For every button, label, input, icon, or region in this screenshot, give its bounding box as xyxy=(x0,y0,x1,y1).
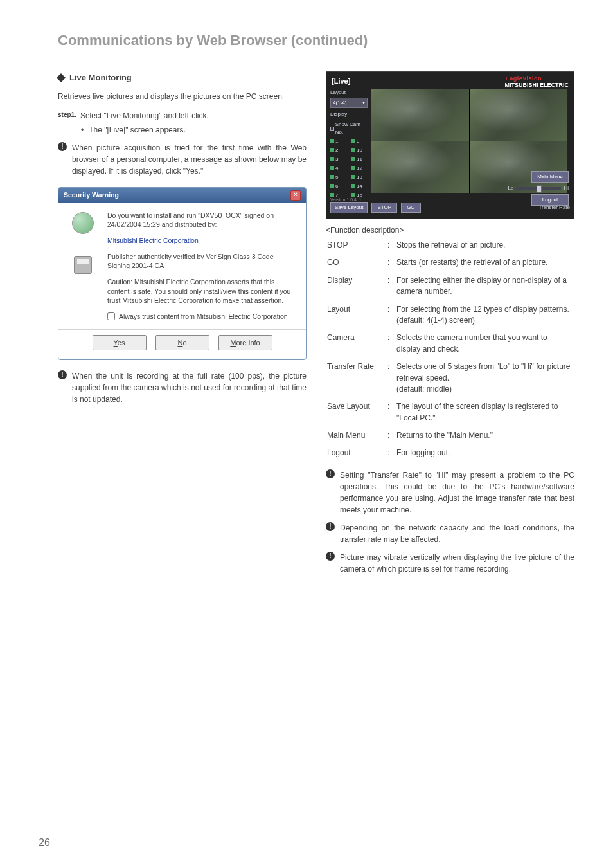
table-row: Layout:For selecting from the 12 types o… xyxy=(327,302,573,329)
warning-icon: ! xyxy=(326,522,335,531)
dialog-title-text: Security Warning xyxy=(64,190,119,201)
note-text: Depending on the network capacity and th… xyxy=(340,522,574,545)
dialog-publisher-link[interactable]: Mitsubishi Electric Corporation xyxy=(107,237,199,244)
right-column: [Live] EagleVision MITSUBISHI ELECTRIC L… xyxy=(326,71,574,581)
diamond-icon xyxy=(57,73,66,82)
dialog-line3: Caution: Mitsubishi Electric Corporation… xyxy=(107,277,297,305)
more-info-button[interactable]: More Info xyxy=(218,335,272,351)
table-row: Camera:Selects the camera number that yo… xyxy=(327,330,573,357)
close-icon[interactable]: × xyxy=(290,190,301,201)
layout-value: 4(1-4) xyxy=(333,99,346,107)
display-label: Display xyxy=(330,111,368,118)
live-screenshot: [Live] EagleVision MITSUBISHI ELECTRIC L… xyxy=(326,71,574,219)
table-row: Transfer Rate:Selects one of 5 stages fr… xyxy=(327,359,573,397)
dialog-titlebar: Security Warning × xyxy=(58,188,306,203)
note-row: !Setting "Transfer Rate" to "Hi" may pre… xyxy=(326,469,574,516)
live-title-label: [Live] xyxy=(332,76,350,87)
warning-icon: ! xyxy=(326,469,335,478)
note-row: !Picture may vibrate vertically when dis… xyxy=(326,552,574,575)
transfer-rate-slider[interactable] xyxy=(516,187,561,190)
warning-icon: ! xyxy=(58,142,67,151)
warning-1: ! When picture acquisition is tried for … xyxy=(58,142,306,177)
show-cam-check[interactable]: Show Cam No. xyxy=(330,121,368,136)
dialog-icon-col xyxy=(67,211,98,321)
left-column: Live Monitoring Retrieves live pictures … xyxy=(58,71,306,581)
lo-label: Lo xyxy=(508,185,514,192)
step-sub-row: • The "[Live]" screen appears. xyxy=(81,124,306,136)
go-button[interactable]: GO xyxy=(401,203,420,213)
function-table: STOP:Stops the retrieval of an picture.G… xyxy=(326,236,574,463)
note-text: Picture may vibrate vertically when disp… xyxy=(340,552,574,575)
live-sidebar: Layout 4(1-4)▾ Display Show Cam No. 19 2… xyxy=(330,89,368,208)
stop-button[interactable]: STOP xyxy=(371,203,397,213)
step-sub-text: The "[Live]" screen appears. xyxy=(89,124,186,136)
warning-icon: ! xyxy=(58,370,67,379)
footer-rule xyxy=(58,829,574,829)
globe-icon xyxy=(72,212,94,234)
chevron-down-icon: ▾ xyxy=(362,99,365,107)
bullet-dot: • xyxy=(81,124,84,136)
logout-button[interactable]: Logout xyxy=(531,194,569,206)
warning-2-text: When the unit is recording at the full r… xyxy=(72,370,306,405)
hi-label: Hi xyxy=(564,185,569,192)
intro-text: Retrieves live pictures and displays the… xyxy=(58,91,306,102)
dialog-line1: Do you want to install and run "DXV50_OC… xyxy=(107,211,297,230)
security-warning-dialog: Security Warning × Do you want to instal… xyxy=(58,187,306,361)
page-number: 26 xyxy=(39,837,50,849)
note-text: Setting "Transfer Rate" to "Hi" may pres… xyxy=(340,469,574,516)
layout-label: Layout xyxy=(330,89,368,96)
step-label: step1. xyxy=(58,110,76,122)
warning-1-text: When picture acquisition is tried for th… xyxy=(72,142,306,177)
table-row: STOP:Stops the retrieval of an picture. xyxy=(327,237,573,253)
table-row: Main Menu:Returns to the "Main Menu." xyxy=(327,428,573,444)
step-text: Select "Live Monitoring" and left-click. xyxy=(80,110,209,122)
note-row: !Depending on the network capacity and t… xyxy=(326,522,574,545)
dialog-check-label: Always trust content from Mitsubishi Ele… xyxy=(119,312,288,321)
table-row: Logout:For logging out. xyxy=(327,445,573,461)
table-row: Save Layout:The layout of the screen dis… xyxy=(327,399,573,426)
step-row: step1. Select "Live Monitoring" and left… xyxy=(58,110,306,122)
main-menu-button[interactable]: Main Menu xyxy=(531,171,569,183)
disk-icon xyxy=(74,256,92,274)
show-cam-label: Show Cam No. xyxy=(335,121,368,136)
warning-icon: ! xyxy=(326,552,335,561)
no-button[interactable]: No xyxy=(155,335,209,351)
yes-button[interactable]: Yes xyxy=(93,335,147,351)
layout-select[interactable]: 4(1-4)▾ xyxy=(330,98,368,108)
table-row: GO:Starts (or restarts) the retrieval of… xyxy=(327,255,573,271)
page-title: Communications by Web Browser (continued… xyxy=(58,32,574,53)
section-header: Live Monitoring xyxy=(58,71,306,84)
function-description-header: <Function description> xyxy=(326,224,574,236)
warning-2: ! When the unit is recording at the full… xyxy=(58,370,306,405)
dialog-line2: Publisher authenticity verified by VeriS… xyxy=(107,252,297,271)
save-layout-button[interactable]: Save Layout xyxy=(330,202,368,213)
dialog-trust-checkbox[interactable] xyxy=(107,312,115,320)
section-title: Live Monitoring xyxy=(69,71,132,84)
table-row: Display:For selecting either the display… xyxy=(327,273,573,300)
